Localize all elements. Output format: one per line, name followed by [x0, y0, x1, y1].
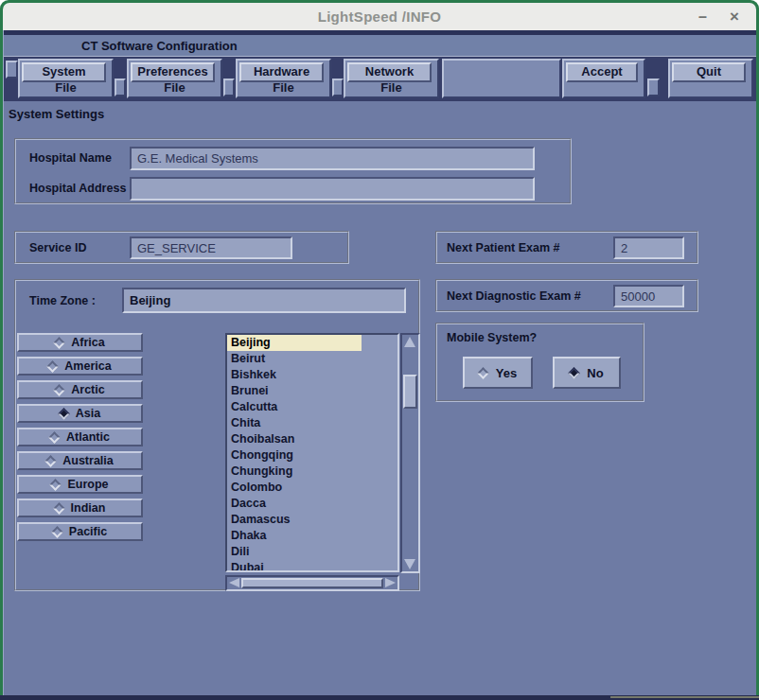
menu-stack-system: System File [18, 59, 114, 98]
menu-stack-network: Network File [344, 59, 439, 98]
hospital-group: Hospital Name Hospital Address [14, 138, 572, 204]
region-label: Africa [71, 336, 104, 349]
list-item[interactable]: Brunei [227, 383, 397, 399]
main-panel: System Settings Hospital Name Hospital A… [4, 101, 756, 695]
hospital-name-input[interactable] [130, 147, 535, 170]
toolbar-handle[interactable] [223, 79, 235, 96]
quit-button[interactable]: Quit [672, 62, 746, 82]
hardware-file-button[interactable]: File [238, 80, 329, 95]
region-button-arctic[interactable]: Arctic [17, 380, 143, 399]
region-button-pacific[interactable]: Pacific [17, 522, 143, 541]
region-label: Europe [67, 478, 108, 491]
service-id-label: Service ID [29, 241, 86, 254]
radio-diamond-icon [50, 479, 62, 491]
vertical-scrollbar[interactable] [400, 333, 420, 573]
region-button-australia[interactable]: Australia [17, 451, 143, 470]
menu-stack-preferences: Preferences File [127, 59, 222, 98]
titlebar: LightSpeed /INFO – × [3, 3, 756, 30]
preferences-file-button[interactable]: File [129, 80, 221, 95]
scroll-down-icon[interactable] [404, 559, 415, 569]
hospital-address-input[interactable] [130, 177, 535, 201]
next-patient-exam-input[interactable] [613, 236, 684, 259]
vertical-scroll-thumb[interactable] [403, 375, 417, 409]
region-button-europe[interactable]: Europe [17, 475, 143, 494]
window-title: LightSpeed /INFO [318, 9, 442, 25]
list-item[interactable]: Colombo [227, 480, 397, 496]
region-label: Atlantic [66, 430, 110, 444]
region-label: Asia [76, 407, 100, 420]
hardware-menu-button[interactable]: Hardware [239, 62, 324, 82]
list-item[interactable]: Dubai [227, 560, 397, 572]
radio-diamond-icon [48, 431, 61, 444]
menubar: CT Software Configuration [4, 35, 756, 57]
preferences-menu-button[interactable]: Preferences [131, 62, 215, 82]
list-item[interactable]: Calcutta [227, 399, 397, 415]
radio-diamond-icon [53, 502, 65, 515]
mobile-no-button[interactable]: No [553, 357, 621, 389]
system-menu-button[interactable]: System [22, 62, 106, 82]
list-item[interactable]: Chungking [227, 464, 397, 480]
menubar-title: CT Software Configuration [81, 39, 238, 53]
radio-diamond-icon [46, 360, 59, 373]
accept-button[interactable]: Accept [566, 62, 638, 82]
list-item[interactable]: Bishkek [227, 367, 397, 383]
page-title: System Settings [9, 107, 104, 121]
minimize-icon[interactable]: – [698, 3, 707, 30]
horizontal-scroll-thumb[interactable] [241, 578, 383, 588]
region-button-atlantic[interactable]: Atlantic [17, 428, 143, 446]
radio-diamond-selected-icon [568, 367, 580, 379]
scroll-left-icon[interactable] [229, 578, 239, 587]
toolbar: System File Preferences File Hardware Fi… [4, 57, 756, 101]
region-label: Pacific [69, 525, 107, 538]
radio-diamond-selected-icon [58, 408, 70, 420]
service-id-group: Service ID [14, 231, 349, 264]
radio-diamond-icon [53, 337, 65, 349]
list-item-selected[interactable]: Beijing [227, 335, 397, 351]
menu-stack-hardware: Hardware File [236, 59, 331, 98]
system-file-button[interactable]: File [20, 80, 112, 95]
radio-diamond-icon [477, 367, 489, 379]
time-zone-group: Time Zone : Africa America Arctic Asia [14, 279, 420, 591]
service-id-input[interactable] [130, 236, 292, 259]
list-item[interactable]: Beirut [227, 351, 397, 367]
list-item[interactable]: Chita [227, 415, 397, 431]
network-file-button[interactable]: File [345, 80, 437, 95]
list-item[interactable]: Choibalsan [227, 431, 397, 447]
toolbar-handle[interactable] [6, 61, 18, 79]
next-diagnostic-exam-group: Next Diagnostic Exam # [435, 279, 698, 312]
toolbar-spacer-panel [442, 59, 561, 98]
mobile-yes-button[interactable]: Yes [463, 357, 533, 389]
close-icon[interactable]: × [730, 3, 739, 30]
window-bottom-shadow [610, 696, 759, 698]
next-diagnostic-exam-input[interactable] [613, 285, 684, 307]
toolbar-handle[interactable] [647, 79, 660, 96]
horizontal-scrollbar[interactable] [225, 575, 399, 591]
region-label: Australia [62, 454, 114, 467]
scroll-up-icon[interactable] [404, 337, 415, 347]
radio-diamond-icon [51, 526, 63, 538]
list-item[interactable]: Dili [227, 544, 397, 560]
region-button-asia[interactable]: Asia [17, 404, 143, 423]
next-patient-exam-label: Next Patient Exam # [447, 241, 560, 254]
mobile-system-label: Mobile System? [447, 331, 537, 344]
list-item[interactable]: Dhaka [227, 528, 397, 544]
list-item[interactable]: Dacca [227, 496, 397, 512]
scroll-right-icon[interactable] [385, 578, 396, 587]
region-button-indian[interactable]: Indian [17, 499, 143, 517]
toolbar-handle[interactable] [332, 79, 344, 96]
window-body: CT Software Configuration System File Pr… [3, 30, 756, 695]
region-button-america[interactable]: America [17, 357, 143, 376]
list-item[interactable]: Chongqing [227, 447, 397, 464]
radio-diamond-icon [44, 455, 57, 467]
hospital-name-label: Hospital Name [29, 151, 112, 165]
radio-diamond-icon [53, 384, 65, 396]
toolbar-handle[interactable] [115, 79, 126, 96]
mobile-system-group: Mobile System? Yes No [435, 323, 644, 402]
network-menu-button[interactable]: Network [347, 62, 432, 82]
time-zone-input[interactable] [122, 288, 406, 313]
list-item[interactable]: Damascus [227, 512, 397, 528]
city-list: Beijing Beirut Bishkek Brunei Calcutta C… [225, 333, 399, 572]
next-patient-exam-group: Next Patient Exam # [435, 231, 698, 264]
region-button-africa[interactable]: Africa [17, 333, 143, 352]
yes-label: Yes [496, 366, 517, 380]
